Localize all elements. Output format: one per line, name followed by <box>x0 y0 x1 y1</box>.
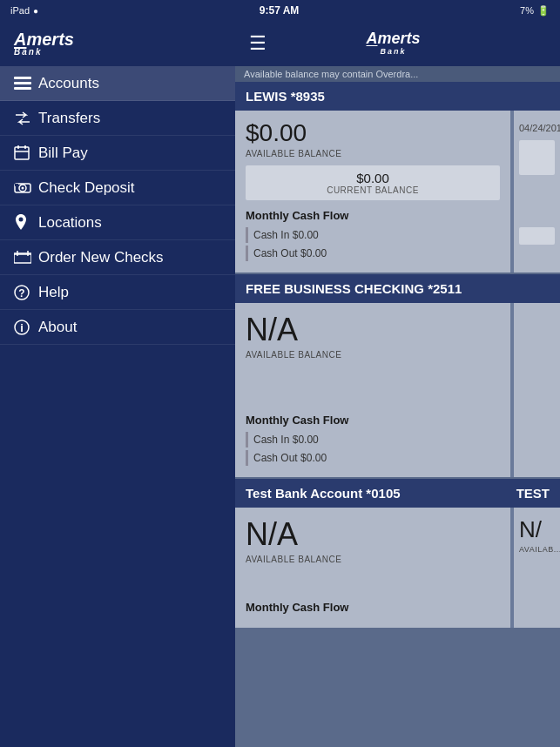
sidebar-item-help[interactable]: ? Help <box>0 275 235 310</box>
account-card-lewis-date: 04/24/201 <box>512 111 560 273</box>
account-section-freebiz: FREE BUSINESS CHECKING *2511 N/A AVAILAB… <box>235 274 560 477</box>
sidebar-nav: Accounts Transfers <box>0 66 235 747</box>
main-content: ☰ Amerts Bank Available balance may cont… <box>235 21 560 747</box>
cash-flow-testbank: Monthly Cash Flow <box>246 601 500 614</box>
accounts-area[interactable]: LEWIS *8935 $0.00 AVAILABLE BALANCE $0.0… <box>235 82 560 747</box>
svg-rect-3 <box>15 147 29 159</box>
available-label-lewis: AVAILABLE BALANCE <box>246 149 500 158</box>
svg-point-8 <box>22 186 24 189</box>
billpay-label: Bill Pay <box>38 145 88 162</box>
hamburger-button[interactable]: ☰ <box>249 32 267 55</box>
svg-text:i: i <box>20 321 24 334</box>
cash-in-value-freebiz: $0.00 <box>293 434 319 446</box>
notice-text: Available balance may contain Overdra... <box>244 69 418 79</box>
account-card-freebiz-side <box>512 303 560 477</box>
battery-label: 7% <box>520 5 534 16</box>
svg-rect-4 <box>17 145 19 149</box>
account-card-freebiz-main[interactable]: N/A AVAILABLE BALANCE Monthly Cash Flow … <box>235 303 512 477</box>
available-balance-testbank: N/A <box>246 516 500 553</box>
device-label: iPad <box>10 5 30 16</box>
svg-rect-0 <box>14 77 31 79</box>
cash-flow-title-lewis: Monthly Cash Flow <box>246 209 500 222</box>
cash-out-lewis: Cash Out $0.00 <box>246 246 500 261</box>
sidebar-item-orderchecks[interactable]: Order New Checks <box>0 240 235 275</box>
status-time: 9:57 AM <box>260 4 300 17</box>
cash-in-lewis: Cash In $0.00 <box>246 227 500 243</box>
cash-out-value-freebiz: $0.00 <box>300 452 327 464</box>
cash-flow-lewis: Monthly Cash Flow Cash In $0.00 Cash Out… <box>246 209 500 261</box>
accounts-icon <box>14 77 38 91</box>
header-logo-main: Amerts <box>366 30 420 48</box>
svg-point-11 <box>19 217 24 221</box>
cash-in-freebiz: Cash In $0.00 <box>246 432 500 448</box>
date-lewis: 04/24/201 <box>519 119 555 137</box>
orderchecks-label: Order New Checks <box>38 249 164 266</box>
available-balance-lewis: $0.00 <box>246 119 500 147</box>
sidebar-item-checkdeposit[interactable]: Check Deposit <box>0 171 235 205</box>
account-header-testbank: Test Bank Account *0105 TEST <box>235 479 560 508</box>
sidebar-header: Amerts Bank <box>0 21 235 66</box>
status-left: iPad ● <box>10 5 38 16</box>
billpay-icon <box>14 145 38 161</box>
svg-rect-5 <box>24 145 26 149</box>
available-label-testbank-2: AVAILAB... <box>519 545 555 554</box>
account-header-lewis: LEWIS *8935 <box>235 82 560 111</box>
locations-label: Locations <box>38 214 102 232</box>
available-label-freebiz: AVAILABLE BALANCE <box>246 350 500 360</box>
account-card-testbank-main[interactable]: N/A AVAILABLE BALANCE Monthly Cash Flow <box>235 508 512 628</box>
cash-flow-freebiz: Monthly Cash Flow Cash In $0.00 Cash Out… <box>246 414 500 466</box>
svg-text:?: ? <box>18 287 24 299</box>
orderchecks-icon <box>14 251 38 265</box>
available-balance-testbank-2: N/ <box>519 516 555 543</box>
app-container: Amerts Bank Accounts <box>0 21 560 747</box>
cash-flow-title-freebiz: Monthly Cash Flow <box>246 414 500 427</box>
account-card-lewis-main[interactable]: $0.00 AVAILABLE BALANCE $0.00 CURRENT BA… <box>235 111 512 273</box>
account-cards-row-testbank: N/A AVAILABLE BALANCE Monthly Cash Flow … <box>235 508 560 628</box>
current-balance-label-lewis: CURRENT BALANCE <box>254 185 491 195</box>
account-cards-row-freebiz: N/A AVAILABLE BALANCE Monthly Cash Flow … <box>235 303 560 477</box>
checkdeposit-icon <box>14 181 38 195</box>
svg-rect-1 <box>14 82 31 84</box>
accounts-label: Accounts <box>38 75 99 92</box>
sidebar-logo: Amerts Bank <box>14 30 74 57</box>
header-logo: Amerts Bank <box>366 30 420 57</box>
checkdeposit-label: Check Deposit <box>38 179 135 197</box>
sidebar-item-about[interactable]: i About <box>0 310 235 345</box>
help-label: Help <box>38 284 69 301</box>
account-name-freebiz: FREE BUSINESS CHECKING *2511 <box>246 281 462 296</box>
cash-out-value-lewis: $0.00 <box>300 247 327 259</box>
svg-rect-2 <box>14 87 31 90</box>
account-cards-row-lewis: $0.00 AVAILABLE BALANCE $0.00 CURRENT BA… <box>235 111 560 273</box>
account-name-lewis: LEWIS *8935 <box>246 89 325 104</box>
account-card-testbank-side: N/ AVAILAB... <box>512 508 560 628</box>
locations-icon <box>14 214 38 232</box>
transfers-icon <box>14 111 38 125</box>
logo-sub: Bank <box>14 48 74 57</box>
sidebar-item-transfers[interactable]: Transfers <box>0 101 235 136</box>
svg-rect-10 <box>15 184 18 186</box>
account-section-lewis: LEWIS *8935 $0.00 AVAILABLE BALANCE $0.0… <box>235 82 560 273</box>
cash-flow-title-testbank: Monthly Cash Flow <box>246 601 500 614</box>
sidebar-item-locations[interactable]: Locations <box>0 205 235 240</box>
account-header-freebiz: FREE BUSINESS CHECKING *2511 <box>235 274 560 303</box>
logo-main: Amerts <box>14 30 74 48</box>
wifi-icon: ● <box>33 6 38 16</box>
battery-icon: 🔋 <box>537 5 550 17</box>
sidebar-item-billpay[interactable]: Bill Pay <box>0 136 235 171</box>
sidebar-item-accounts[interactable]: Accounts <box>0 66 235 101</box>
svg-rect-12 <box>14 254 31 263</box>
about-label: About <box>38 319 77 336</box>
account-section-testbank: Test Bank Account *0105 TEST N/A AVAILAB… <box>235 479 560 628</box>
status-right: 7% 🔋 <box>520 5 550 17</box>
main-header: ☰ Amerts Bank <box>235 21 560 66</box>
about-icon: i <box>14 320 38 335</box>
status-bar: iPad ● 9:57 AM 7% 🔋 <box>0 0 560 21</box>
notice-bar: Available balance may contain Overdra... <box>235 66 560 82</box>
cash-out-freebiz: Cash Out $0.00 <box>246 450 500 466</box>
current-balance-amount-lewis: $0.00 <box>254 171 491 185</box>
help-icon: ? <box>14 285 38 300</box>
sidebar: Amerts Bank Accounts <box>0 21 235 747</box>
available-label-testbank: AVAILABLE BALANCE <box>246 555 500 564</box>
account-name-testbank-right: TEST <box>516 486 550 501</box>
transfers-label: Transfers <box>38 110 100 127</box>
